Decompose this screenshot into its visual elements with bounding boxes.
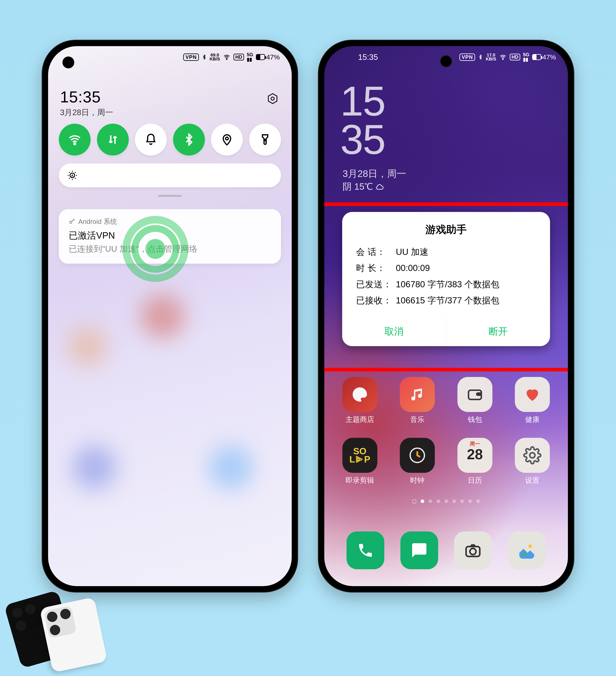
shade-header: 15:35 3月28日，周一	[60, 88, 280, 118]
qs-bluetooth[interactable]	[173, 124, 205, 156]
dialog-session-value: UU 加速	[396, 244, 428, 260]
dock	[335, 526, 557, 574]
signal-5g-icon: 5G▮▮	[523, 52, 529, 62]
svg-point-7	[70, 221, 72, 223]
homescreen-weather: 阴 15℃	[343, 180, 384, 193]
shade-settings-button[interactable]	[265, 92, 280, 106]
dialog-title: 游戏助手	[342, 223, 550, 237]
app-health[interactable]: 健康	[507, 377, 558, 425]
brightness-slider[interactable]: A	[59, 163, 281, 187]
svg-point-1	[271, 97, 274, 100]
dialog-recv-label: 已接收：	[356, 292, 396, 308]
brightness-auto-icon: A	[67, 170, 78, 181]
app-label: 设置	[507, 475, 558, 485]
home-row-1: 主题商店 音乐 钱包 健康	[324, 377, 568, 425]
shade-time: 15:35	[60, 88, 113, 106]
signal-5g-icon: 5G▮▮	[247, 52, 253, 62]
network-speed: 17.0KB/S	[486, 53, 496, 61]
app-clock[interactable]: 时钟	[392, 438, 443, 485]
svg-point-3	[226, 137, 228, 140]
svg-point-11	[530, 453, 535, 458]
svg-point-4	[264, 139, 266, 140]
app-calendar[interactable]: 周一28日历	[449, 438, 500, 485]
dialog-sent-label: 已发送：	[356, 276, 396, 292]
svg-text:A: A	[71, 174, 73, 177]
app-theme-store[interactable]: 主题商店	[334, 377, 385, 425]
dialog-recv-value: 106615 字节/377 个数据包	[396, 292, 499, 308]
dialog-disconnect-button[interactable]: 断开	[446, 317, 550, 346]
quick-settings-row	[59, 124, 281, 156]
dock-messages[interactable]	[401, 531, 438, 569]
bluetooth-icon	[478, 54, 483, 61]
homescreen-clock: 1535	[340, 82, 385, 159]
phone-left: VPN 69.0KB/S HD 5G▮▮ 47% 15:35 3月28日，周一	[42, 40, 298, 593]
gear-hex-icon	[267, 93, 279, 105]
statusbar-time: 15:35	[358, 53, 378, 62]
camera-hole	[440, 55, 452, 67]
svg-point-13	[470, 548, 476, 555]
vpn-icon: VPN	[183, 54, 199, 61]
dialog-body: 会 话：UU 加速 时 长：00:00:09 已发送：106780 字节/383…	[342, 244, 550, 317]
homescreen-date: 3月28日，周一	[343, 167, 406, 180]
app-label: 钱包	[449, 415, 500, 425]
wifi-icon	[499, 54, 507, 60]
app-label: 健康	[507, 415, 558, 425]
vpn-dialog: 游戏助手 会 话：UU 加速 时 长：00:00:09 已发送：106780 字…	[342, 212, 550, 346]
dialog-cancel-button[interactable]: 取消	[342, 317, 446, 346]
app-label: 即录剪辑	[334, 475, 385, 485]
dialog-duration-label: 时 长：	[356, 260, 396, 276]
battery-indicator: 47%	[532, 53, 556, 61]
app-settings[interactable]: 设置	[507, 438, 558, 485]
qs-wifi[interactable]	[59, 124, 90, 156]
battery-indicator: 47%	[256, 53, 280, 61]
home-row-2: SOL⫸P即录剪辑 时钟 周一28日历 设置	[324, 438, 568, 485]
app-label: 主题商店	[334, 415, 385, 425]
svg-point-0	[226, 59, 227, 60]
screen-homescreen: 15:35 VPN 17.0KB/S HD 5G▮▮ 47% 1535 3	[324, 46, 568, 586]
page-indicator[interactable]	[324, 499, 568, 503]
qs-location[interactable]	[211, 124, 243, 156]
hd-icon: HD	[510, 54, 520, 60]
product-thumbnail	[12, 597, 115, 668]
app-wallet[interactable]: 钱包	[449, 377, 500, 425]
dock-camera[interactable]	[454, 531, 492, 569]
shade-expand-handle[interactable]	[158, 195, 182, 197]
qs-dnd[interactable]	[135, 124, 167, 156]
dialog-duration-value: 00:00:09	[396, 260, 430, 276]
vpn-icon: VPN	[459, 54, 475, 61]
notification-card-vpn[interactable]: Android 系统 已激活VPN 已连接到"UU 加速"，点击管理网络	[59, 209, 281, 264]
battery-text: 47%	[266, 53, 280, 61]
notification-body: 已连接到"UU 加速"，点击管理网络	[69, 243, 271, 255]
svg-point-8	[502, 59, 503, 60]
app-music[interactable]: 音乐	[392, 377, 443, 425]
notification-app-name: Android 系统	[78, 217, 117, 226]
cloud-icon	[375, 182, 384, 191]
app-label: 音乐	[392, 415, 443, 425]
calendar-day: 28	[467, 446, 483, 462]
camera-hole	[62, 56, 74, 68]
svg-point-2	[74, 143, 76, 145]
dock-phone[interactable]	[347, 531, 384, 569]
screen-notification-shade: VPN 69.0KB/S HD 5G▮▮ 47% 15:35 3月28日，周一	[48, 46, 292, 586]
hd-icon: HD	[234, 54, 244, 60]
battery-text: 47%	[543, 53, 556, 61]
dialog-sent-value: 106780 字节/383 个数据包	[396, 276, 499, 292]
notification-title: 已激活VPN	[69, 229, 271, 242]
network-speed: 69.0KB/S	[210, 53, 220, 61]
app-soloop[interactable]: SOL⫸P即录剪辑	[334, 438, 385, 485]
qs-flashlight[interactable]	[249, 124, 281, 156]
dock-gallery[interactable]	[508, 531, 546, 569]
notification-app-row: Android 系统	[69, 217, 271, 226]
qs-mobile-data[interactable]	[97, 124, 129, 156]
svg-point-15	[528, 544, 532, 548]
status-bar: VPN 69.0KB/S HD 5G▮▮ 47%	[48, 46, 292, 68]
bluetooth-icon	[202, 54, 207, 61]
shade-date: 3月28日，周一	[60, 107, 113, 118]
key-icon	[69, 218, 75, 225]
app-label: 时钟	[392, 475, 443, 485]
wifi-icon	[223, 54, 231, 60]
phone-right: 15:35 VPN 17.0KB/S HD 5G▮▮ 47% 1535 3	[318, 40, 574, 593]
app-label: 日历	[449, 475, 500, 485]
dialog-session-label: 会 话：	[356, 244, 396, 260]
